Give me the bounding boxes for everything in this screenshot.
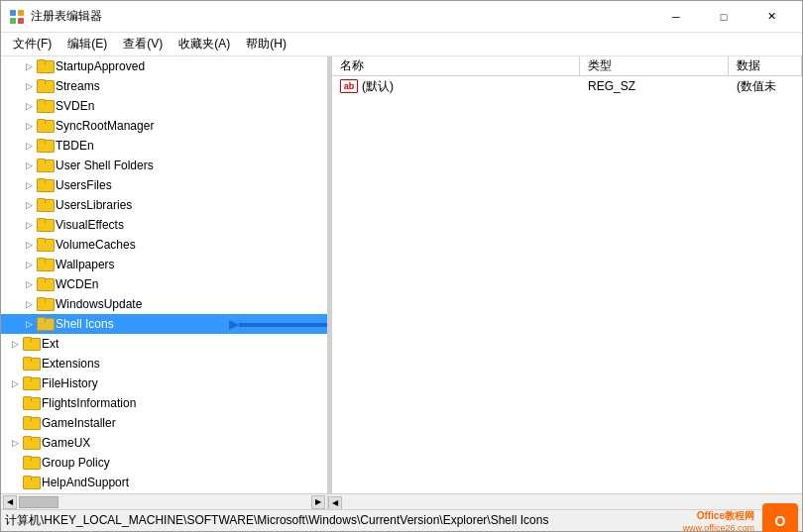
folder-icon-streams xyxy=(37,79,53,93)
tree-label-helpandsupport: HelpAndSupport xyxy=(42,476,129,489)
tree-label-tbden: TBDEn xyxy=(56,139,94,153)
tree-hscroll-thumb[interactable] xyxy=(19,496,58,508)
right-scroll-left[interactable]: ◀ xyxy=(328,496,342,510)
tree-label-grouppolicy: Group Policy xyxy=(42,456,110,470)
expand-gameux[interactable]: ▷ xyxy=(7,435,23,451)
tree-item-tbden[interactable]: ▷ TBDEn xyxy=(1,136,327,156)
right-pane: 名称 类型 数据 ab (默认) REG_SZ (数值未 xyxy=(332,56,802,493)
folder-icon-ext xyxy=(23,337,39,351)
expand-usershellfolders[interactable]: ▷ xyxy=(21,158,37,173)
folder-icon-gameux xyxy=(23,436,39,450)
tree-item-usersfiles[interactable]: ▷ UsersFiles xyxy=(1,175,327,195)
tree-item-gameux[interactable]: ▷ GameUX xyxy=(1,433,327,453)
title-bar-buttons: ─ □ ✕ xyxy=(653,1,794,33)
close-button[interactable]: ✕ xyxy=(748,1,794,33)
folder-icon-wallpapers xyxy=(37,258,53,271)
expand-wallpapers[interactable]: ▷ xyxy=(21,257,37,272)
folder-icon-gameinstaller xyxy=(23,416,39,430)
tree-item-syncrootmanager[interactable]: ▷ SyncRootManager xyxy=(1,116,327,136)
tree-label-streams: Streams xyxy=(56,79,100,93)
tree-label-gameux: GameUX xyxy=(42,436,90,450)
registry-row-default[interactable]: ab (默认) REG_SZ (数值未 xyxy=(332,76,802,96)
expand-filehistory[interactable]: ▷ xyxy=(7,375,23,391)
reg-name-label: (默认) xyxy=(362,78,394,95)
expand-volumecaches[interactable]: ▷ xyxy=(21,237,37,253)
col-header-type[interactable]: 类型 xyxy=(580,56,729,75)
tree-item-visualeffects[interactable]: ▷ VisualEffects xyxy=(1,215,327,235)
tree-label-filehistory: FileHistory xyxy=(42,376,98,390)
expand-userslibraries[interactable]: ▷ xyxy=(21,197,37,213)
tree-label-extensions: Extensions xyxy=(42,357,100,371)
expand-ext[interactable]: ▷ xyxy=(7,336,23,352)
col-header-name[interactable]: 名称 xyxy=(332,56,580,75)
tree-item-streams[interactable]: ▷ Streams xyxy=(1,76,327,96)
folder-icon-userslibraries xyxy=(37,198,53,212)
tree-label-usersfiles: UsersFiles xyxy=(56,178,112,192)
tree-label-wcden: WCDEn xyxy=(56,277,98,291)
tree-item-wcden[interactable]: ▷ WCDEn xyxy=(1,274,327,294)
folder-icon-flightsinformation xyxy=(23,396,39,410)
tree-label-syncrootmanager: SyncRootManager xyxy=(56,119,154,133)
menu-edit[interactable]: 编辑(E) xyxy=(59,34,115,54)
maximize-button[interactable]: □ xyxy=(701,1,746,33)
tree-pane: ▷ StartupApproved ▷ Streams ▷ SVDEn xyxy=(1,56,328,493)
tree-item-shellicons[interactable]: ▷ Shell Icons xyxy=(1,314,327,334)
tree-item-gameinstaller[interactable]: GameInstaller xyxy=(1,413,327,433)
expand-usersfiles[interactable]: ▷ xyxy=(21,177,37,193)
tree-item-startupapproved[interactable]: ▷ StartupApproved xyxy=(1,56,327,76)
menu-favorites[interactable]: 收藏夹(A) xyxy=(171,34,238,54)
expand-visualeffects[interactable]: ▷ xyxy=(21,217,37,233)
title-bar-icon xyxy=(9,9,25,25)
status-logo: Office教程网 www.office26.com O xyxy=(683,503,798,533)
expand-svden[interactable]: ▷ xyxy=(21,98,37,114)
logo-line2: www.office26.com xyxy=(683,523,754,533)
expand-windowsupdate[interactable]: ▷ xyxy=(21,296,37,312)
tree-item-extensions[interactable]: Extensions xyxy=(1,354,327,373)
tree-label-wallpapers: Wallpapers xyxy=(56,258,115,271)
col-header-data[interactable]: 数据 xyxy=(729,56,802,75)
svg-rect-3 xyxy=(18,18,24,24)
tree-item-helpandsupport[interactable]: HelpAndSupport xyxy=(1,473,327,492)
tree-label-shellicons: Shell Icons xyxy=(56,317,114,331)
folder-icon-svden xyxy=(37,99,53,113)
folder-icon-syncrootmanager xyxy=(37,119,53,133)
right-content[interactable]: ab (默认) REG_SZ (数值未 xyxy=(332,76,802,493)
menu-file[interactable]: 文件(F) xyxy=(5,34,59,54)
expand-streams[interactable]: ▷ xyxy=(21,78,37,94)
tree-item-usershellfolders[interactable]: ▷ User Shell Folders xyxy=(1,156,327,175)
tree-item-volumecaches[interactable]: ▷ VolumeCaches xyxy=(1,235,327,255)
expand-tbden[interactable]: ▷ xyxy=(21,138,37,154)
title-bar-title: 注册表编辑器 xyxy=(31,8,653,25)
tree-item-userslibraries[interactable]: ▷ UsersLibraries xyxy=(1,195,327,215)
folder-icon-grouppolicy xyxy=(23,456,39,470)
scroll-right-arrow[interactable]: ▶ xyxy=(311,495,325,509)
expand-wcden[interactable]: ▷ xyxy=(21,276,37,292)
tree-label-ext: Ext xyxy=(42,337,58,351)
tree-scroll[interactable]: ▷ StartupApproved ▷ Streams ▷ SVDEn xyxy=(1,56,327,493)
folder-icon-windowsupdate xyxy=(37,297,53,311)
tree-label-visualeffects: VisualEffects xyxy=(56,218,124,232)
expand-syncrootmanager[interactable]: ▷ xyxy=(21,118,37,134)
reg-name-default: ab (默认) xyxy=(332,78,580,95)
folder-icon-filehistory xyxy=(23,376,39,390)
folder-icon-helpandsupport xyxy=(23,476,39,489)
tree-item-windowsupdate[interactable]: ▷ WindowsUpdate xyxy=(1,294,327,314)
tree-item-ext[interactable]: ▷ Ext xyxy=(1,334,327,354)
folder-icon-wcden xyxy=(37,277,53,291)
folder-icon-volumecaches xyxy=(37,238,53,252)
tree-item-grouppolicy[interactable]: Group Policy xyxy=(1,453,327,473)
svg-rect-2 xyxy=(10,18,16,24)
menu-view[interactable]: 查看(V) xyxy=(115,34,171,54)
expand-startupapproved[interactable]: ▷ xyxy=(21,58,37,74)
scroll-left-arrow[interactable]: ◀ xyxy=(3,495,17,509)
svg-rect-0 xyxy=(10,10,16,16)
expand-shellicons[interactable]: ▷ xyxy=(21,316,37,332)
tree-item-svden[interactable]: ▷ SVDEn xyxy=(1,96,327,116)
tree-bottom-scroll[interactable]: ◀ ▶ xyxy=(1,494,328,509)
tree-item-filehistory[interactable]: ▷ FileHistory xyxy=(1,373,327,393)
minimize-button[interactable]: ─ xyxy=(653,1,699,33)
tree-label-svden: SVDEn xyxy=(56,99,94,113)
tree-item-wallpapers[interactable]: ▷ Wallpapers xyxy=(1,255,327,274)
menu-help[interactable]: 帮助(H) xyxy=(238,34,294,54)
tree-item-flightsinformation[interactable]: FlightsInformation xyxy=(1,393,327,413)
